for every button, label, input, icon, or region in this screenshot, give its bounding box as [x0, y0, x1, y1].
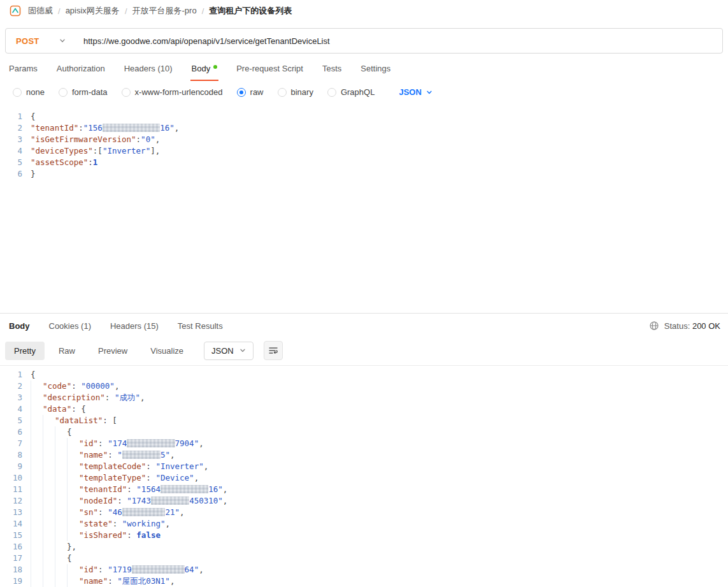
code-token: "tenantId" — [31, 123, 78, 133]
line-number: 5 — [0, 157, 31, 168]
bodytype-label: form-data — [72, 87, 108, 97]
bodytype-graphql[interactable]: GraphQL — [327, 87, 375, 97]
code-token: , — [223, 496, 228, 505]
request-tab-authorization[interactable]: Authorization — [55, 59, 106, 81]
line-content: "sn": "4621", — [31, 507, 185, 518]
request-code: 1{2"tenantId":"15616",3"isGetFirmwareVer… — [0, 111, 728, 180]
code-token: "templateType" — [79, 473, 146, 482]
request-tab-headers-10[interactable]: Headers (10) — [123, 59, 174, 81]
code-token: 16" — [160, 123, 175, 133]
line-content: "tenantId":"15616", — [31, 122, 179, 134]
request-url-bar: POST — [5, 28, 723, 54]
radio-icon — [237, 88, 246, 97]
code-token: : { — [71, 404, 86, 414]
code-token: : — [105, 393, 115, 402]
url-input[interactable] — [75, 29, 722, 53]
bodytype-none[interactable]: none — [13, 87, 45, 97]
code-token: : — [146, 461, 155, 471]
indent-guide — [31, 576, 79, 587]
breadcrumb-separator: / — [202, 6, 204, 16]
radio-icon — [59, 88, 68, 97]
line-number: 4 — [0, 145, 31, 157]
request-tab-body[interactable]: Body — [190, 59, 219, 81]
indent-guide — [31, 495, 79, 507]
code-token: { — [67, 553, 72, 563]
code-token: , — [199, 438, 204, 448]
code-line: 5"dataList": [ — [0, 415, 728, 426]
request-tab-settings[interactable]: Settings — [359, 59, 392, 81]
code-token: "00000" — [81, 381, 115, 391]
bodytype-form-data[interactable]: form-data — [59, 87, 108, 97]
code-token: "46 — [108, 507, 122, 517]
indent-guide — [31, 507, 79, 518]
globe-icon[interactable] — [649, 321, 659, 331]
indent-guide — [31, 461, 79, 472]
code-token: "templateCode" — [79, 461, 146, 471]
code-token: : — [88, 157, 93, 167]
bodytype-binary[interactable]: binary — [278, 87, 313, 97]
line-number: 5 — [0, 415, 31, 426]
code-line: 4"data": { — [0, 403, 728, 415]
line-content: "id": "171964", — [31, 564, 204, 576]
response-body-editor[interactable]: 1{2"code": "00000",3"description": "成功",… — [0, 365, 728, 587]
code-token: 450310" — [189, 496, 223, 505]
code-token: "sn" — [79, 507, 98, 517]
code-token: "0" — [141, 134, 155, 144]
request-body-editor[interactable]: 1{2"tenantId":"15616",3"isGetFirmwareVer… — [0, 105, 728, 313]
raw-language-select[interactable]: JSON — [399, 87, 432, 97]
code-token: } — [31, 169, 36, 178]
response-tab-cookies-1[interactable]: Cookies (1) — [48, 315, 92, 337]
code-token: , — [199, 565, 204, 574]
code-line: 1{ — [0, 369, 728, 380]
response-tab-headers-15[interactable]: Headers (15) — [109, 315, 160, 337]
response-language-label: JSON — [211, 346, 234, 356]
code-token: 16" — [208, 484, 223, 494]
bodytype-x-www-form-urlencoded[interactable]: x-www-form-urlencoded — [122, 87, 223, 97]
response-tab-test-results[interactable]: Test Results — [176, 315, 224, 337]
line-number: 6 — [0, 426, 31, 438]
request-tab-pre-request-script[interactable]: Pre-request Script — [235, 59, 304, 81]
response-language-select[interactable]: JSON — [204, 342, 253, 360]
line-number: 13 — [0, 507, 31, 518]
bodytype-label: raw — [250, 87, 264, 97]
method-select[interactable]: POST — [6, 29, 75, 53]
code-token: }, — [67, 542, 76, 551]
radio-icon — [13, 88, 22, 97]
redacted-text — [103, 124, 160, 132]
line-content: "id": "1747904", — [31, 438, 204, 449]
code-token: "state" — [79, 519, 113, 528]
code-line: 3"isGetFirmwareVersion":"0", — [0, 134, 728, 145]
code-token: , — [115, 381, 120, 391]
line-number: 1 — [0, 369, 31, 380]
code-token: "174 — [108, 438, 127, 448]
breadcrumb-item[interactable]: 开放平台服务-pro — [132, 5, 197, 17]
indent-guide — [31, 380, 43, 392]
line-number: 9 — [0, 461, 31, 472]
view-tab-raw[interactable]: Raw — [50, 342, 84, 360]
code-token: , — [140, 393, 145, 402]
unsaved-dot-icon — [213, 65, 217, 69]
code-token: 1 — [93, 157, 98, 167]
chevron-down-icon — [239, 347, 246, 354]
view-tab-visualize[interactable]: Visualize — [141, 342, 192, 360]
breadcrumb-item[interactable]: apisix网关服务 — [66, 5, 120, 17]
view-tab-preview[interactable]: Preview — [89, 342, 136, 360]
code-token: "name" — [79, 450, 108, 460]
tab-label: Authorization — [57, 64, 105, 73]
response-header: BodyCookies (1)Headers (15)Test Results … — [0, 314, 728, 338]
code-line: 18"id": "171964", — [0, 564, 728, 576]
view-tab-pretty[interactable]: Pretty — [5, 342, 45, 360]
indent-guide — [31, 449, 79, 461]
code-token: :[ — [93, 146, 103, 156]
request-tab-params[interactable]: Params — [8, 59, 39, 81]
breadcrumb-item[interactable]: 固德威 — [28, 5, 53, 17]
code-line: 12"nodeId": "1743450310", — [0, 495, 728, 507]
chevron-down-icon — [426, 89, 432, 96]
response-tab-body[interactable]: Body — [8, 315, 31, 337]
word-wrap-button[interactable] — [264, 341, 283, 360]
code-token: : — [113, 519, 122, 528]
bodytype-raw[interactable]: raw — [237, 87, 264, 97]
code-token: , — [155, 134, 161, 144]
status-label: Status: — [664, 321, 690, 331]
request-tab-tests[interactable]: Tests — [321, 59, 343, 81]
